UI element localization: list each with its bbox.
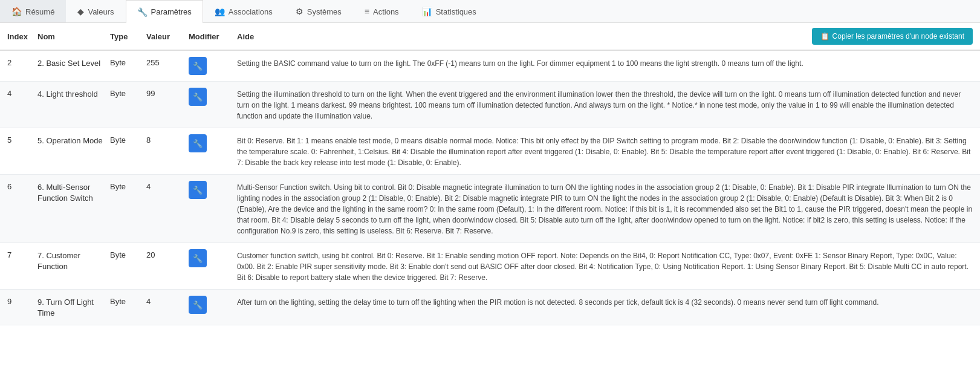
cell-aide: After turn on the lighting, setting the …: [237, 296, 973, 308]
cell-modifier: 🔧: [189, 296, 237, 314]
cell-modifier: 🔧: [189, 57, 237, 75]
cell-index: 6: [7, 181, 37, 191]
associations-icon: 👥: [215, 7, 225, 16]
table-row: 2 2. Basic Set Level Byte 255 🔧 Setting …: [0, 51, 980, 82]
cell-index: 9: [7, 296, 37, 306]
cell-type: Byte: [110, 181, 146, 191]
cell-aide: Setting the illumination threshold to tu…: [237, 88, 973, 122]
cell-modifier: 🔧: [189, 134, 237, 152]
systemes-icon: ⚙: [296, 7, 303, 16]
tab-statistiques[interactable]: 📊 Statistiques: [410, 0, 488, 22]
col-header-index: Index: [7, 32, 37, 41]
cell-index: 4: [7, 88, 37, 98]
cell-modifier: 🔧: [189, 249, 237, 267]
copy-params-button[interactable]: 📋 Copier les paramètres d'un node exista…: [812, 28, 973, 45]
cell-valeur: 4: [146, 296, 189, 306]
cell-index: 2: [7, 57, 37, 67]
cell-aide: Bit 0: Reserve. Bit 1: 1 means enable te…: [237, 134, 973, 168]
table-row: 9 9. Turn Off Light Time Byte 4 🔧 After …: [0, 290, 980, 325]
cell-nom: 7. Customer Function: [37, 249, 110, 272]
cell-nom: 2. Basic Set Level: [37, 57, 110, 69]
tab-actions[interactable]: ≡ Actions: [353, 0, 410, 22]
table-row: 5 5. Operation Mode Byte 8 🔧 Bit 0: Rese…: [0, 128, 980, 175]
cell-index: 5: [7, 134, 37, 145]
cell-aide: Multi-Sensor Function switch. Using bit …: [237, 181, 973, 236]
copy-icon: 📋: [820, 32, 829, 41]
statistiques-icon: 📊: [422, 7, 432, 16]
actions-icon: ≡: [365, 7, 369, 16]
table-row: 7 7. Customer Function Byte 20 🔧 Custome…: [0, 243, 980, 290]
tab-bar: 🏠 Résumé ◆ Valeurs 🔧 Paramètres 👥 Associ…: [0, 0, 980, 23]
cell-type: Byte: [110, 134, 146, 145]
cell-nom: 5. Operation Mode: [37, 134, 110, 146]
col-header-valeur: Valeur: [146, 32, 189, 41]
col-header-nom: Nom: [37, 32, 110, 41]
cell-nom: 4. Light threshold: [37, 88, 110, 100]
col-header-aide: Aide: [237, 32, 812, 41]
modify-button[interactable]: 🔧: [189, 249, 207, 267]
table-row: 4 4. Light threshold Byte 99 🔧 Setting t…: [0, 82, 980, 128]
cell-aide: Customer function switch, using bit cont…: [237, 249, 973, 283]
tab-systemes[interactable]: ⚙ Systèmes: [284, 0, 353, 22]
cell-modifier: 🔧: [189, 181, 237, 199]
cell-type: Byte: [110, 88, 146, 98]
cell-valeur: 255: [146, 57, 189, 67]
col-header-type: Type: [110, 32, 146, 41]
cell-aide: Setting the BASIC command value to turn …: [237, 57, 973, 69]
table-row: 6 6. Multi-Sensor Function Switch Byte 4…: [0, 175, 980, 243]
cell-type: Byte: [110, 296, 146, 306]
cell-valeur: 99: [146, 88, 189, 98]
cell-index: 7: [7, 249, 37, 259]
tab-associations[interactable]: 👥 Associations: [203, 0, 284, 22]
cell-nom: 6. Multi-Sensor Function Switch: [37, 181, 110, 204]
cell-valeur: 4: [146, 181, 189, 191]
modify-button[interactable]: 🔧: [189, 88, 207, 106]
parametres-icon: 🔧: [137, 7, 148, 17]
modify-button[interactable]: 🔧: [189, 134, 207, 152]
modify-button[interactable]: 🔧: [189, 296, 207, 314]
tab-resume[interactable]: 🏠 Résumé: [0, 0, 66, 22]
modify-button[interactable]: 🔧: [189, 181, 207, 199]
cell-type: Byte: [110, 57, 146, 67]
table-header: Index Nom Type Valeur Modifier Aide 📋 Co…: [0, 23, 980, 51]
tab-valeurs[interactable]: ◆ Valeurs: [66, 0, 125, 22]
modify-button[interactable]: 🔧: [189, 57, 207, 75]
cell-valeur: 20: [146, 249, 189, 259]
params-table: 2 2. Basic Set Level Byte 255 🔧 Setting …: [0, 51, 980, 325]
cell-type: Byte: [110, 249, 146, 259]
tab-parametres[interactable]: 🔧 Paramètres: [126, 0, 203, 23]
resume-icon: 🏠: [11, 7, 22, 16]
cell-nom: 9. Turn Off Light Time: [37, 296, 110, 319]
cell-modifier: 🔧: [189, 88, 237, 106]
valeurs-icon: ◆: [77, 7, 84, 16]
col-header-modifier: Modifier: [189, 32, 237, 41]
cell-valeur: 8: [146, 134, 189, 145]
